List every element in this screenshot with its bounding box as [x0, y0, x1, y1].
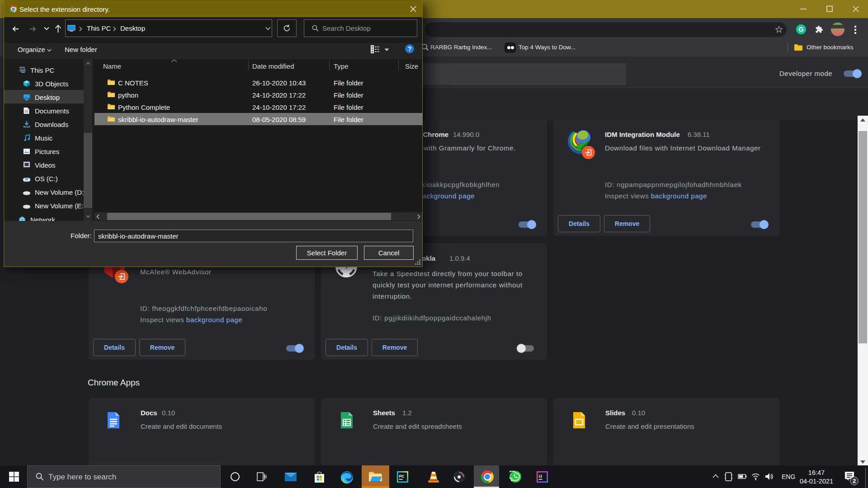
svg-text:PC: PC	[399, 474, 405, 479]
svg-text:IJ: IJ	[539, 474, 542, 479]
